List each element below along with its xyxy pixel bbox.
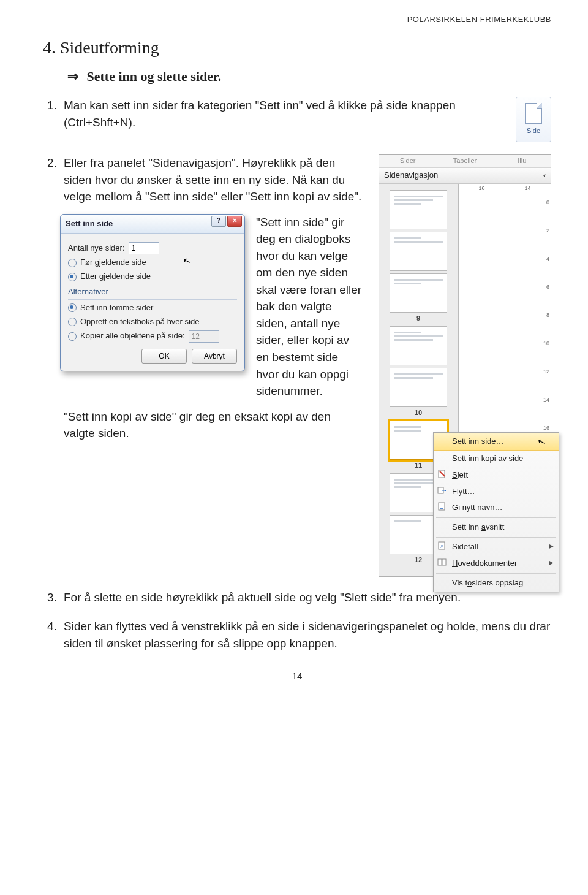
numbered-list: Man kan sett inn sider fra kategorien "S… [43,97,551,652]
ruler-tick: 6 [546,283,549,291]
menu-two-page[interactable]: Vis tosiders oppslag [434,575,559,592]
submenu-arrow-icon: ▶ [549,542,554,551]
dialog-titlebar[interactable]: Sett inn side ? ✕ [61,215,244,234]
rename-icon [437,501,447,511]
menu-delete[interactable]: Slett [434,467,559,484]
ruler-top-num: 16 [478,185,484,192]
ribbon-side-button[interactable]: Side [516,97,551,142]
page-number: 14 [43,671,551,681]
copy-page-input[interactable] [189,330,219,343]
mouse-cursor-icon: ↖ [535,433,548,449]
menu-label: Flytt… [452,487,475,496]
opt-textbox-label: Opprett én tekstboks på hver side [80,316,199,328]
ruler-tick: 2 [546,227,549,235]
tab-illu[interactable]: Illu [494,155,551,167]
ruler-tick: 8 [546,311,549,319]
sidenav-title: Sidenavigasjon [384,170,438,181]
menu-separator [436,537,556,538]
page-thumbnail[interactable] [390,273,447,313]
opt-before-label: Før gjeldende side [80,257,146,268]
thumb-number: 10 [382,408,455,418]
svg-rect-7 [438,559,442,565]
document-page: POLARSIRKELEN FRIMERKEKLUBB 4. Sideutfor… [0,0,588,693]
pagenum-icon: # [437,541,447,550]
context-menu: Sett inn side… ↖ Sett inn kopi av side S… [433,432,559,592]
menu-label: Sett inn kopi av side [452,454,523,463]
section-title: Sideutforming [60,38,159,57]
page-thumbnail[interactable] [390,368,447,407]
menu-insert-page[interactable]: Sett inn side… ↖ [434,433,559,451]
radio-copy[interactable] [68,332,77,341]
list-item: Sider kan flyttes ved å venstreklikk på … [60,618,551,652]
collapse-icon[interactable]: ‹ [543,170,546,181]
list-item: Eller fra panelet "Sidenavigasjon". Høyr… [60,154,551,577]
kopi-description: "Sett inn kopi av side" gir deg en eksak… [64,408,364,442]
menu-label: Sett inn side… [452,436,504,446]
move-icon [437,486,447,495]
menu-label: Slett [452,470,468,479]
ruler-tick: 12 [543,368,549,376]
opt-after-label: Etter gjeldende side [80,271,151,283]
page-thumbnail[interactable] [390,190,447,229]
dialog-title: Sett inn side [66,219,113,228]
menu-page-numbers[interactable]: # Sidetall ▶ [434,539,559,555]
ruler-tick: 0 [546,199,549,207]
menu-label: Hoveddokumenter [452,558,517,568]
subsection-title: Sette inn og slette sider. [87,69,222,84]
header-rule [43,29,551,29]
sidenav-panel: Sider Tabeller Illu Sidenavigasjon ‹ [379,154,551,577]
menu-separator [436,573,556,574]
page-thumbnail[interactable] [390,326,447,365]
close-button[interactable]: ✕ [227,216,242,227]
radio-after[interactable] [68,273,77,281]
menu-rename[interactable]: Gi nytt navn… [434,500,559,516]
site-header: POLARSIRKELEN FRIMERKEKLUBB [43,15,551,24]
page-thumbnail[interactable] [390,232,447,271]
arrow-glyph-icon: ⇒ [67,69,83,85]
item3-text: For å slette en side høyreklikk på aktue… [64,591,461,604]
menu-label: Sett inn avsnitt [452,522,504,531]
section-heading: 4. Sideutforming [43,38,551,58]
radio-before[interactable] [68,259,77,267]
svg-rect-8 [442,559,446,565]
cancel-button[interactable]: Avbryt [192,349,237,364]
page-icon [525,103,542,124]
menu-separator [436,517,556,518]
ruler-tick: 4 [546,255,549,263]
menu-label: Gi nytt navn… [452,503,502,512]
menu-master[interactable]: Hoveddokumenter ▶ [434,555,559,572]
opt-blank-label: Sett inn tomme sider [80,302,153,314]
help-button[interactable]: ? [211,216,226,227]
ok-button[interactable]: OK [141,349,187,364]
svg-rect-4 [440,508,443,509]
canvas-page [469,199,543,408]
menu-insert-section[interactable]: Sett inn avsnitt [434,519,559,536]
tab-sider[interactable]: Sider [379,155,436,167]
section-number: 4. [43,38,56,57]
insert-page-dialog: Sett inn side ? ✕ Antall nye sider: [60,214,245,371]
svg-rect-3 [439,503,445,510]
ruler-tick: 16 [543,424,549,432]
side-button-label: Side [527,126,540,136]
menu-label: Sidetall [452,542,478,551]
menu-insert-copy[interactable]: Sett inn kopi av side [434,451,559,467]
count-input[interactable] [129,242,159,254]
ruler-top-num: 14 [524,185,530,192]
radio-blank[interactable] [68,303,77,312]
radio-textbox[interactable] [68,318,77,326]
menu-label: Vis tosiders oppslag [452,578,523,587]
subsection-heading: ⇒ Sette inn og slette sider. [67,69,551,85]
svg-text:#: # [440,544,443,549]
group-title: Alternativer [68,286,237,298]
ruler-tick: 10 [543,340,549,348]
menu-move[interactable]: Flytt… [434,484,559,500]
opt-copy-label: Kopier alle objektene på side: [80,330,185,342]
item1-text: Man kan sett inn sider fra kategorien "S… [64,97,497,131]
item2-span: Eller fra panelet "Sidenavigasjon". Høyr… [64,156,361,203]
thumb-number: 9 [382,314,455,324]
ruler-tick: 14 [543,396,549,404]
tab-tabeller[interactable]: Tabeller [436,155,493,167]
item4-text: Sider kan flyttes ved å venstreklikk på … [64,620,550,650]
count-label: Antall nye sider: [68,243,125,254]
footer-rule [43,668,551,668]
